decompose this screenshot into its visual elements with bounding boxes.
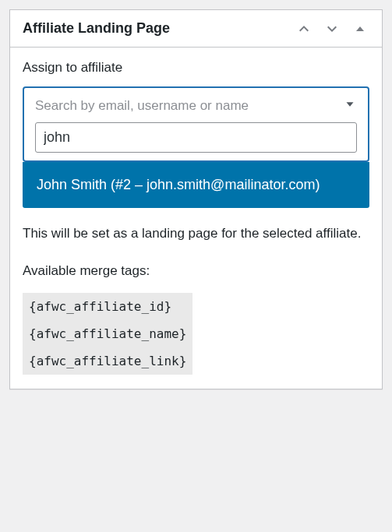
assign-affiliate-label: Assign to affiliate xyxy=(23,60,369,76)
metabox-header: Affiliate Landing Page xyxy=(10,10,382,48)
affiliate-search-result[interactable]: John Smith (#2 – john.smith@mailinator.c… xyxy=(23,162,369,208)
toggle-panel-button[interactable] xyxy=(346,15,374,43)
triangle-up-icon xyxy=(352,21,368,37)
metabox-body: Assign to affiliate Search by email, use… xyxy=(10,48,382,389)
affiliate-select-arrow[interactable] xyxy=(343,97,357,115)
affiliate-search-input[interactable] xyxy=(35,122,357,153)
metabox-title: Affiliate Landing Page xyxy=(10,10,290,47)
merge-tag: {afwc_affiliate_id} xyxy=(23,293,192,320)
merge-tag: {afwc_affiliate_name} xyxy=(23,320,192,347)
merge-tags-list: {afwc_affiliate_id} {afwc_affiliate_name… xyxy=(23,293,192,375)
move-up-button[interactable] xyxy=(290,15,318,43)
chevron-down-icon xyxy=(324,21,340,37)
affiliate-landing-page-metabox: Affiliate Landing Page Assign to affilia… xyxy=(9,9,383,389)
affiliate-select-placeholder: Search by email, username or name xyxy=(35,98,249,114)
affiliate-select[interactable]: Search by email, username or name xyxy=(23,86,369,162)
chevron-down-icon xyxy=(343,97,357,111)
move-down-button[interactable] xyxy=(318,15,346,43)
chevron-up-icon xyxy=(296,21,312,37)
assign-description: This will be set as a landing page for t… xyxy=(23,224,369,244)
merge-tags-label: Available merge tags: xyxy=(23,261,369,281)
merge-tag: {afwc_affiliate_link} xyxy=(23,347,192,375)
metabox-header-actions xyxy=(290,15,382,43)
affiliate-select-header: Search by email, username or name xyxy=(35,97,357,115)
